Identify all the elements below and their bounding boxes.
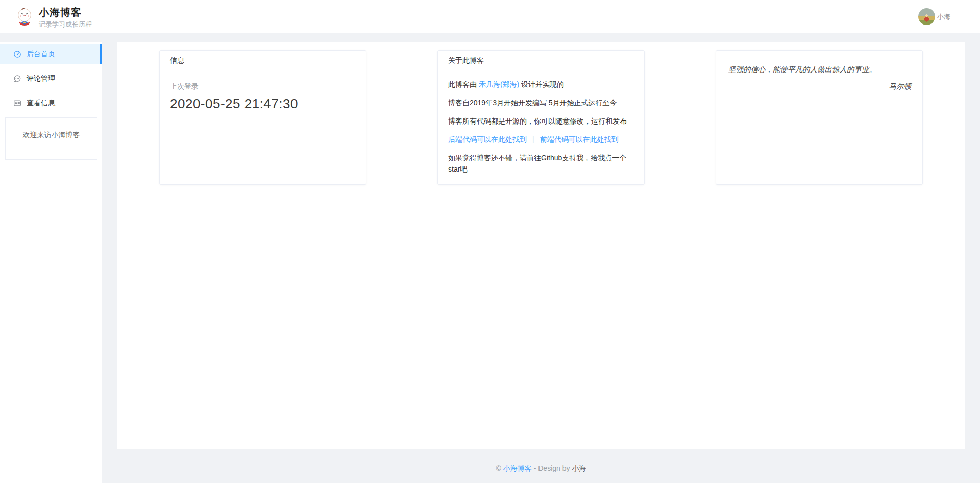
last-login-label: 上次登录 — [170, 82, 356, 91]
site-title: 小海博客 — [39, 6, 92, 19]
info-card-icon — [13, 99, 21, 107]
footer-separator: - Design by — [532, 464, 572, 472]
user-menu[interactable]: 小海 — [918, 8, 950, 25]
info-card: 信息 上次登录 2020-05-25 21:47:30 — [159, 50, 366, 185]
welcome-box: 欢迎来访小海博客 — [5, 117, 97, 160]
about-card-header: 关于此博客 — [438, 51, 644, 71]
username-label: 小海 — [937, 12, 950, 21]
user-avatar[interactable] — [918, 8, 935, 25]
sidebar-item-view-info[interactable]: 查看信息 — [0, 93, 102, 113]
info-card-header: 信息 — [160, 51, 366, 71]
site-logo[interactable] — [15, 7, 34, 26]
quote-card: 坚强的信心，能使平凡的人做出惊人的事业。 ——马尔顿 — [716, 50, 923, 185]
last-login-value: 2020-05-25 21:47:30 — [170, 96, 356, 112]
about-line-1: 此博客由 禾几海(郑海) 设计并实现的 — [448, 79, 634, 90]
sidebar-menu: 后台首页 评论管理 查看信息 — [0, 42, 102, 113]
about-card-title: 关于此博客 — [448, 56, 484, 64]
about-line-3: 博客所有代码都是开源的，你可以随意修改，运行和发布 — [448, 115, 634, 127]
sidebar-item-dashboard[interactable]: 后台首页 — [0, 44, 102, 64]
welcome-text: 欢迎来访小海博客 — [23, 131, 80, 139]
footer-site-link[interactable]: 小海博客 — [503, 464, 532, 472]
about-card: 关于此博客 此博客由 禾几海(郑海) 设计并实现的 博客自2019年3月开始开发… — [437, 50, 645, 185]
quote-author: ——马尔顿 — [728, 82, 911, 91]
frontend-code-link[interactable]: 前端代码可以在此处找到 — [540, 135, 619, 143]
main-panel: 信息 上次登录 2020-05-25 21:47:30 关于此博客 此博客由 禾… — [117, 42, 965, 449]
sidebar-item-label: 后台首页 — [27, 50, 55, 59]
quote-text: 坚强的信心，能使平凡的人做出惊人的事业。 — [728, 64, 911, 75]
about-line-5: 如果觉得博客还不错，请前往Github支持我，给我点一个star吧 — [448, 152, 634, 175]
backend-code-link[interactable]: 后端代码可以在此处找到 — [448, 135, 527, 143]
about-line1-prefix: 此博客由 — [448, 80, 479, 88]
footer-author: 小海 — [572, 464, 586, 472]
about-links-row: 后端代码可以在此处找到|前端代码可以在此处找到 — [448, 134, 634, 145]
site-subtitle: 记录学习成长历程 — [39, 20, 92, 29]
dashboard-icon — [13, 50, 21, 58]
info-card-body: 上次登录 2020-05-25 21:47:30 — [160, 71, 366, 118]
quote-card-body: 坚强的信心，能使平凡的人做出惊人的事业。 ——马尔顿 — [716, 51, 922, 91]
sidebar-item-label: 查看信息 — [27, 99, 55, 108]
sidebar-item-label: 评论管理 — [27, 74, 55, 83]
sidebar-item-comments[interactable]: 评论管理 — [0, 68, 102, 89]
app-header: 小海博客 记录学习成长历程 小海 — [0, 0, 980, 33]
comments-icon — [13, 75, 21, 83]
about-card-body: 此博客由 禾几海(郑海) 设计并实现的 博客自2019年3月开始开发编写 5月开… — [438, 71, 644, 185]
info-card-title: 信息 — [170, 56, 184, 64]
site-title-block: 小海博客 记录学习成长历程 — [39, 6, 92, 29]
footer-copyright: © — [496, 464, 503, 472]
link-divider: | — [532, 135, 534, 143]
page-footer: © 小海博客 - Design by 小海 — [102, 463, 980, 473]
blog-mascot-icon — [15, 19, 34, 28]
about-line1-suffix: 设计并实现的 — [519, 80, 564, 88]
sidebar: 后台首页 评论管理 查看信息 — [0, 42, 102, 483]
about-line-2: 博客自2019年3月开始开发编写 5月开始正式运行至今 — [448, 97, 634, 108]
dashboard-cards-row: 信息 上次登录 2020-05-25 21:47:30 关于此博客 此博客由 禾… — [117, 42, 965, 185]
author-link[interactable]: 禾几海(郑海) — [479, 80, 519, 88]
